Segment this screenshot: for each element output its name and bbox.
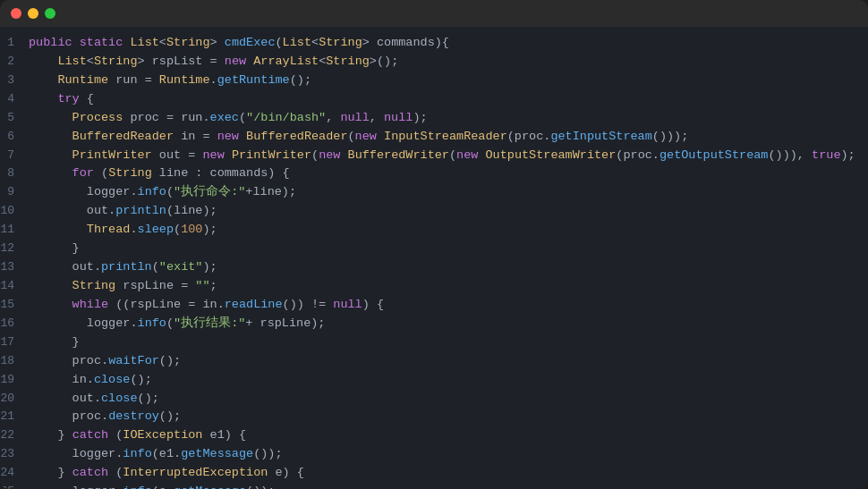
code-line: 25 logger.info(e.getMessage()); xyxy=(0,483,868,489)
code-line: 7 PrintWriter out = new PrintWriter(new … xyxy=(0,147,868,165)
maximize-button[interactable] xyxy=(45,8,55,19)
code-line: 5 Process proc = run.exec("/bin/bash", n… xyxy=(0,109,868,128)
code-line: 18 proc.waitFor(); xyxy=(0,352,868,371)
code-line: 9 logger.info("执行命令:"+line); xyxy=(0,183,868,202)
code-line: 10 out.println(line); xyxy=(0,202,868,221)
code-line: 11 Thread.sleep(100); xyxy=(0,221,868,240)
code-line: 20 out.close(); xyxy=(0,390,868,409)
code-line: 6 BufferedReader in = new BufferedReader… xyxy=(0,128,868,147)
code-area: 1 public static List<String> cmdExec(Lis… xyxy=(0,27,868,489)
code-line: 17 } xyxy=(0,333,868,352)
code-line: 19 in.close(); xyxy=(0,371,868,390)
code-line: 13 out.println("exit"); xyxy=(0,258,868,277)
code-line: 24 } catch (InterruptedException e) { xyxy=(0,464,868,483)
minimize-button[interactable] xyxy=(28,8,38,19)
code-line: 8 for (String line : commands) { xyxy=(0,164,868,183)
code-line: 14 String rspLine = ""; xyxy=(0,277,868,296)
code-line: 1 public static List<String> cmdExec(Lis… xyxy=(0,34,868,53)
close-button[interactable] xyxy=(11,8,21,19)
titlebar xyxy=(0,0,868,27)
code-line: 21 proc.destroy(); xyxy=(0,408,868,426)
code-line: 23 logger.info(e1.getMessage()); xyxy=(0,445,868,464)
window: 1 public static List<String> cmdExec(Lis… xyxy=(0,0,868,489)
code-line: 15 while ((rspLine = in.readLine()) != n… xyxy=(0,296,868,315)
code-line: 22 } catch (IOException e1) { xyxy=(0,426,868,445)
code-line: 16 logger.info("执行结果:"+ rspLine); xyxy=(0,315,868,333)
code-line: 4 try { xyxy=(0,90,868,109)
code-line: 2 List<String> rspList = new ArrayList<S… xyxy=(0,53,868,72)
code-line: 12 } xyxy=(0,240,868,258)
code-line: 3 Runtime run = Runtime.getRuntime(); xyxy=(0,72,868,90)
